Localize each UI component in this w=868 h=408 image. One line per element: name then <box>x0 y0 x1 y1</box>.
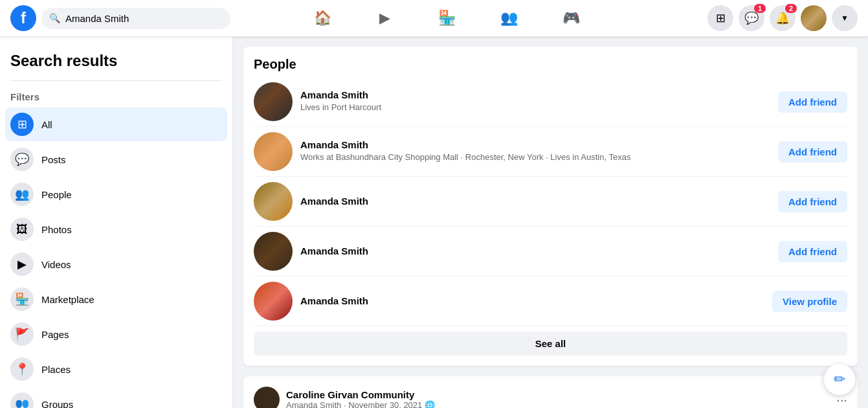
sidebar-item-people[interactable]: 👥 People <box>5 177 227 211</box>
photos-icon: 🖼 <box>10 218 34 241</box>
sidebar-item-groups[interactable]: 👥 Groups <box>5 387 227 408</box>
nav-video-button[interactable]: ▶ <box>354 3 416 34</box>
sidebar-item-pages-label: Pages <box>41 329 69 340</box>
sidebar-item-videos[interactable]: ▶ Videos <box>5 247 227 281</box>
sidebar-item-posts-label: Posts <box>41 154 66 165</box>
search-input[interactable] <box>65 13 195 24</box>
add-friend-button-1[interactable]: Add friend <box>778 91 847 113</box>
sidebar: Search results Filters ⊞ All 💬 Posts 👥 P… <box>0 36 233 408</box>
sidebar-item-places-label: Places <box>41 364 71 375</box>
posts-icon: 💬 <box>10 148 34 171</box>
sidebar-item-photos[interactable]: 🖼 Photos <box>5 212 227 246</box>
see-all-button[interactable]: See all <box>254 332 847 356</box>
person-row-3: Amanda Smith Add friend <box>254 177 847 227</box>
profile-avatar[interactable] <box>801 5 827 31</box>
person-info-3: Amanda Smith <box>300 196 778 208</box>
notifications-button[interactable]: 🔔 2 <box>770 5 796 31</box>
sidebar-item-posts[interactable]: 💬 Posts <box>5 142 227 176</box>
all-icon: ⊞ <box>10 113 34 136</box>
sidebar-divider <box>10 80 222 81</box>
people-section-title: People <box>254 57 847 72</box>
sidebar-item-videos-label: Videos <box>41 259 71 270</box>
write-button[interactable]: ✏ <box>824 364 855 395</box>
nav-groups-button[interactable]: 👥 <box>478 3 540 34</box>
person-info-1: Amanda Smith Lives in Port Harcourt <box>300 89 778 113</box>
nav-right: ⊞ 💬 1 🔔 2 ▼ <box>663 5 858 31</box>
sidebar-item-groups-label: Groups <box>41 399 73 409</box>
post-meta-info: Caroline Girvan Community Amanda Smith ·… <box>286 389 435 408</box>
post-author: Caroline Girvan Community <box>286 389 435 400</box>
sidebar-item-photos-label: Photos <box>41 224 72 235</box>
marketplace-icon: 🏪 <box>10 288 34 311</box>
nav-gaming-button[interactable]: 🎮 <box>540 3 603 34</box>
post-meta-name: Amanda Smith <box>286 400 341 408</box>
post-meta-globe-icon: 🌐 <box>425 400 435 408</box>
sidebar-item-places[interactable]: 📍 Places <box>5 352 227 386</box>
sidebar-item-pages[interactable]: 🚩 Pages <box>5 317 227 351</box>
person-avatar-4 <box>254 232 293 271</box>
person-name-3: Amanda Smith <box>300 196 778 207</box>
person-row-5: Amanda Smith View profile <box>254 277 847 326</box>
person-avatar-3 <box>254 182 293 221</box>
nav-center: 🏠 ▶ 🏪 👥 🎮 <box>230 3 663 34</box>
post-meta: Amanda Smith · November 30, 2021 🌐 <box>286 400 435 408</box>
post-card: Caroline Girvan Community Amanda Smith ·… <box>243 376 858 408</box>
nav-home-button[interactable]: 🏠 <box>292 3 354 34</box>
search-icon: 🔍 <box>49 13 60 23</box>
person-name-1: Amanda Smith <box>300 89 778 100</box>
post-meta-date: November 30, 2021 <box>348 400 422 408</box>
post-avatar <box>254 387 280 408</box>
add-friend-button-2[interactable]: Add friend <box>778 141 847 163</box>
person-avatar-1 <box>254 82 293 121</box>
page-layout: Search results Filters ⊞ All 💬 Posts 👥 P… <box>0 36 868 408</box>
people-card: People Amanda Smith Lives in Port Harcou… <box>243 47 858 366</box>
person-row-1: Amanda Smith Lives in Port Harcourt Add … <box>254 77 847 127</box>
person-name-5: Amanda Smith <box>300 295 772 306</box>
person-name-2: Amanda Smith <box>300 139 778 150</box>
nav-dropdown-button[interactable]: ▼ <box>832 5 858 31</box>
sidebar-item-all-label: All <box>41 119 52 130</box>
messenger-badge: 1 <box>754 4 766 13</box>
people-icon: 👥 <box>10 183 34 206</box>
post-header: Caroline Girvan Community Amanda Smith ·… <box>254 387 847 408</box>
person-info-4: Amanda Smith <box>300 245 778 258</box>
view-profile-button-5[interactable]: View profile <box>772 291 847 312</box>
person-subtitle-1: Lives in Port Harcourt <box>300 102 778 113</box>
groups-icon: 👥 <box>10 392 34 408</box>
filters-label: Filters <box>5 89 227 108</box>
person-info-2: Amanda Smith Works at Bashundhara City S… <box>300 139 778 163</box>
sidebar-item-all[interactable]: ⊞ All <box>5 108 227 141</box>
sidebar-title: Search results <box>5 47 227 78</box>
person-info-5: Amanda Smith <box>300 295 772 308</box>
main-content: People Amanda Smith Lives in Port Harcou… <box>233 36 868 408</box>
nav-marketplace-button[interactable]: 🏪 <box>416 3 478 34</box>
person-subtitle-2: Works at Bashundhara City Shopping Mall … <box>300 152 778 163</box>
pages-icon: 🚩 <box>10 323 34 346</box>
sidebar-item-marketplace-label: Marketplace <box>41 294 95 305</box>
top-navigation: f 🔍 🏠 ▶ 🏪 👥 🎮 ⊞ 💬 1 🔔 2 ▼ <box>0 0 868 36</box>
person-row-2: Amanda Smith Works at Bashundhara City S… <box>254 127 847 177</box>
videos-icon: ▶ <box>10 253 34 276</box>
person-row-4: Amanda Smith Add friend <box>254 227 847 277</box>
sidebar-item-people-label: People <box>41 189 72 200</box>
places-icon: 📍 <box>10 357 34 381</box>
person-name-4: Amanda Smith <box>300 245 778 256</box>
add-friend-button-4[interactable]: Add friend <box>778 241 847 262</box>
nav-left: f 🔍 <box>10 5 230 31</box>
apps-grid-button[interactable]: ⊞ <box>707 5 733 31</box>
person-avatar-2 <box>254 132 293 171</box>
notifications-badge: 2 <box>785 4 797 13</box>
search-bar: 🔍 <box>41 8 230 29</box>
messenger-button[interactable]: 💬 1 <box>739 5 764 31</box>
sidebar-item-marketplace[interactable]: 🏪 Marketplace <box>5 282 227 316</box>
facebook-logo[interactable]: f <box>10 5 36 31</box>
person-avatar-5 <box>254 282 293 321</box>
add-friend-button-3[interactable]: Add friend <box>778 191 847 212</box>
